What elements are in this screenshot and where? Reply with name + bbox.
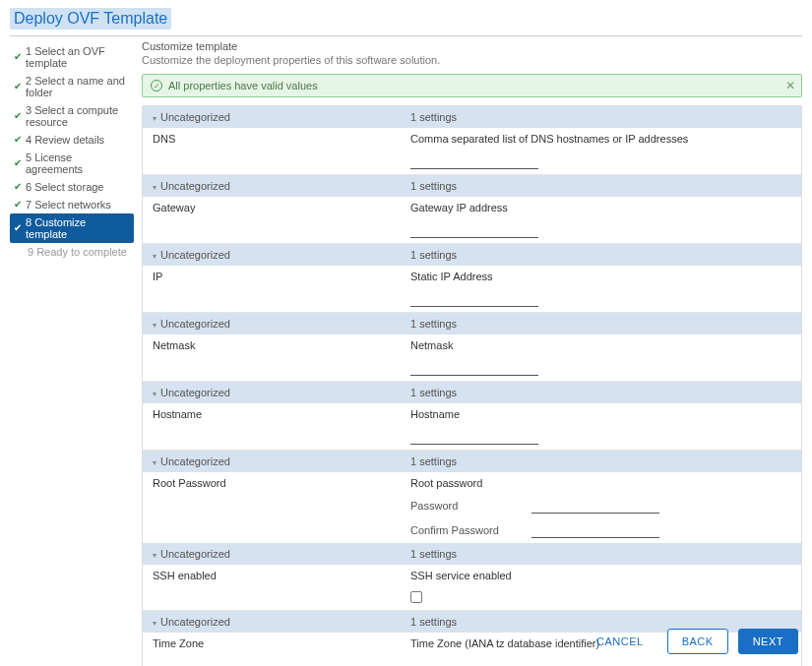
check-icon: ✔ (14, 200, 22, 210)
next-button[interactable]: NEXT (738, 629, 798, 654)
group-header-dns[interactable]: ▾Uncategorized 1 settings (143, 106, 801, 128)
step-5[interactable]: ✔5 License agreements (10, 149, 134, 178)
step-2[interactable]: ✔2 Select a name and folder (10, 72, 134, 101)
footer: CANCEL BACK NEXT (583, 629, 798, 654)
step-4[interactable]: ✔4 Review details (10, 131, 134, 149)
chevron-down-icon: ▾ (153, 183, 156, 192)
step-label: 8 Customize template (26, 216, 130, 240)
step-9: 9 Ready to complete (10, 243, 134, 261)
hostname-desc: Hostname (401, 403, 801, 425)
step-label: 7 Select networks (26, 199, 111, 211)
step-label: 6 Select storage (26, 181, 104, 193)
chevron-down-icon: ▾ (153, 551, 156, 560)
step-label: 3 Select a compute resource (26, 104, 130, 128)
group-header-rootpwd[interactable]: ▾Uncategorized 1 settings (143, 450, 801, 472)
validation-banner: ✓ All properties have valid values ✕ (142, 74, 802, 97)
password-input[interactable] (531, 499, 659, 514)
check-icon: ✔ (14, 111, 22, 121)
page-title: Deploy OVF Template (10, 8, 171, 30)
gateway-label: Gateway (143, 197, 401, 218)
chevron-down-icon: ▾ (153, 619, 156, 628)
chevron-down-icon: ▾ (153, 321, 156, 330)
chevron-down-icon: ▾ (153, 114, 156, 123)
success-icon: ✓ (151, 80, 162, 91)
content-title: Customize template (142, 40, 802, 52)
gateway-desc: Gateway IP address (401, 197, 801, 218)
ssh-checkbox[interactable] (410, 591, 422, 603)
ssh-desc: SSH service enabled (401, 565, 801, 586)
group-header-hostname[interactable]: ▾Uncategorized 1 settings (143, 381, 801, 403)
netmask-label: Netmask (143, 334, 401, 356)
step-6[interactable]: ✔6 Select storage (10, 178, 134, 196)
step-7[interactable]: ✔7 Select networks (10, 196, 134, 213)
group-header-netmask[interactable]: ▾Uncategorized 1 settings (143, 312, 801, 334)
dns-desc: Comma separated list of DNS hostnames or… (401, 128, 801, 150)
confirm-password-label: Confirm Password (410, 524, 529, 536)
group-header-ssh[interactable]: ▾Uncategorized 1 settings (143, 543, 801, 565)
check-icon: ✔ (14, 182, 22, 192)
ip-desc: Static IP Address (401, 266, 801, 287)
rootpwd-desc: Root password (401, 472, 801, 494)
hostname-input[interactable] (410, 430, 538, 445)
properties-panel: ▾Uncategorized 1 settings DNS Comma sepa… (142, 105, 802, 666)
step-label: 9 Ready to complete (28, 246, 127, 258)
chevron-down-icon: ▾ (153, 458, 156, 467)
netmask-desc: Netmask (401, 334, 801, 356)
hostname-label: Hostname (143, 403, 401, 425)
close-icon[interactable]: ✕ (785, 79, 795, 92)
tz-input[interactable] (410, 659, 538, 666)
back-button[interactable]: BACK (667, 629, 728, 654)
content-subtitle: Customize the deployment properties of t… (142, 54, 802, 66)
step-label: 5 License agreements (26, 151, 130, 175)
gateway-input[interactable] (410, 223, 538, 238)
group-header-gateway[interactable]: ▾Uncategorized 1 settings (143, 174, 801, 197)
step-8[interactable]: ✔8 Customize template (10, 213, 134, 243)
ip-input[interactable] (410, 292, 538, 307)
step-label: 4 Review details (26, 134, 104, 146)
netmask-input[interactable] (410, 361, 538, 376)
dns-label: DNS (143, 128, 401, 150)
group-header-ip[interactable]: ▾Uncategorized 1 settings (143, 243, 801, 266)
rootpwd-label: Root Password (143, 472, 401, 494)
step-label: 1 Select an OVF template (26, 45, 130, 69)
tz-label: Time Zone (143, 633, 401, 654)
check-icon: ✔ (14, 135, 22, 145)
wizard-steps: ✔1 Select an OVF template ✔2 Select a na… (10, 40, 134, 666)
check-icon: ✔ (14, 158, 22, 168)
ssh-label: SSH enabled (143, 565, 401, 586)
step-3[interactable]: ✔3 Select a compute resource (10, 101, 134, 131)
cancel-button[interactable]: CANCEL (583, 630, 657, 653)
divider (10, 35, 802, 36)
ip-label: IP (143, 266, 401, 287)
check-icon: ✔ (14, 223, 22, 233)
step-label: 2 Select a name and folder (26, 75, 130, 98)
check-icon: ✔ (14, 52, 22, 62)
dns-input[interactable] (410, 154, 538, 169)
content-pane: Customize template Customize the deploym… (142, 40, 802, 666)
confirm-password-input[interactable] (531, 523, 659, 538)
chevron-down-icon: ▾ (153, 390, 156, 398)
validation-text: All properties have valid values (168, 80, 318, 91)
password-label: Password (410, 500, 529, 512)
step-1[interactable]: ✔1 Select an OVF template (10, 42, 134, 72)
chevron-down-icon: ▾ (153, 252, 156, 261)
check-icon: ✔ (14, 82, 22, 91)
